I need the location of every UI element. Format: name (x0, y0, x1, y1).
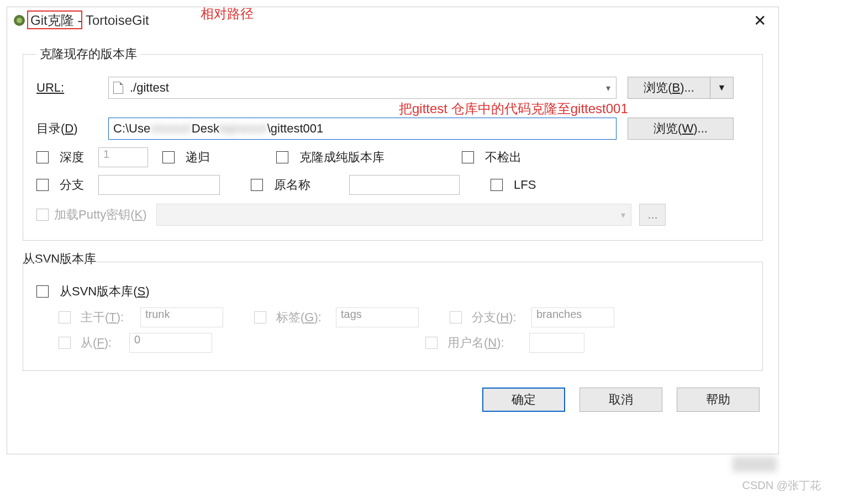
svn-group: 从SVN版本库(S) 主干(T): trunk 标签(G): tags 分支(H… (23, 262, 763, 371)
url-combo[interactable]: ./gittest ▾ (108, 77, 617, 99)
svn-branch-checkbox (450, 311, 462, 323)
svn-options: 主干(T): trunk 标签(G): tags 分支(H): branches… (59, 307, 749, 353)
lfs-label: LFS (514, 178, 536, 192)
cancel-button[interactable]: 取消 (579, 388, 662, 412)
title-text: Git克隆 - TortoiseGit (30, 12, 149, 29)
directory-label: 目录(D) (36, 120, 108, 137)
depth-checkbox[interactable] (36, 151, 49, 163)
putty-browse-button: ... (639, 204, 666, 226)
clone-group-legend: 克隆现存的版本库 (36, 46, 140, 62)
svn-row-1: 主干(T): trunk 标签(G): tags 分支(H): branches (59, 307, 749, 327)
from-svn-checkbox[interactable] (36, 285, 49, 298)
nocheckout-checkbox[interactable] (462, 151, 474, 163)
username-input (529, 333, 584, 353)
dir-suffix: \gittest001 (267, 121, 324, 136)
app-icon (13, 14, 26, 27)
dir-mid: Desk (192, 121, 219, 136)
from-svn-row: 从SVN版本库(S) (36, 283, 749, 300)
url-row: URL: ./gittest ▾ 浏览(B)... ▼ (36, 77, 749, 99)
svn-row-2: 从(F): 0 用户名(N): (59, 333, 749, 353)
putty-checkbox (36, 209, 49, 221)
lfs-checkbox[interactable] (491, 179, 503, 191)
from-rev-input: 0 (129, 333, 212, 353)
dir-blur1: rs\xxxx\ (150, 121, 192, 136)
blur-overlay (733, 457, 777, 472)
browse-dir-button[interactable]: 浏览(W)... (628, 118, 734, 140)
close-icon[interactable]: ✕ (747, 12, 773, 30)
help-button[interactable]: 帮助 (677, 388, 760, 412)
dir-prefix: C:\Use (113, 121, 150, 136)
nocheckout-label: 不检出 (485, 149, 521, 166)
tags-checkbox (254, 311, 266, 323)
directory-row: 目录(D) C:\Use rs\xxxx\ Desk top\xxxx\ \gi… (36, 118, 749, 140)
dialog-footer: 确定 取消 帮助 (23, 381, 763, 412)
origname-label: 原名称 (274, 177, 310, 193)
from-svn-label: 从SVN版本库(S) (60, 283, 150, 300)
browse-url-button[interactable]: 浏览(B)... (628, 77, 710, 99)
svn-branch-label: 分支(H): (472, 309, 527, 326)
origname-input[interactable] (349, 175, 460, 195)
putty-combo: ▾ (156, 204, 631, 226)
directory-input[interactable]: C:\Use rs\xxxx\ Desk top\xxxx\ \gittest0… (108, 118, 617, 140)
recursive-checkbox[interactable] (162, 151, 175, 163)
browse-url-split: 浏览(B)... ▼ (628, 77, 734, 99)
tags-input: tags (336, 307, 419, 327)
depth-label: 深度 (60, 149, 84, 166)
trunk-label: 主干(T): (81, 309, 136, 326)
watermark: CSDN @张丁花 (742, 478, 821, 493)
from-rev-checkbox (59, 337, 71, 349)
chevron-down-icon[interactable]: ▾ (600, 83, 616, 93)
bare-label: 克隆成纯版本库 (299, 149, 384, 166)
trunk-checkbox (59, 311, 71, 323)
putty-row: 加载Putty密钥(K) ▾ ... (36, 204, 749, 226)
recursive-label: 递归 (186, 149, 210, 166)
svg-point-1 (17, 18, 22, 23)
username-label: 用户名(N): (447, 335, 525, 351)
ok-button[interactable]: 确定 (482, 388, 565, 412)
tags-label: 标签(G): (276, 309, 331, 326)
url-value: ./gittest (128, 81, 600, 95)
branch-input[interactable] (98, 175, 220, 195)
depth-input[interactable]: 1 (98, 147, 148, 167)
dialog-content: 相对路径 克隆现存的版本库 URL: ./gittest ▾ 浏览(B)... … (7, 34, 778, 417)
url-label: URL: (36, 81, 108, 95)
username-checkbox (425, 337, 438, 349)
bare-checkbox[interactable] (276, 151, 288, 163)
trunk-input: trunk (140, 307, 223, 327)
options-row-2: 分支 原名称 LFS (36, 175, 749, 195)
chevron-down-icon: ▾ (615, 210, 631, 220)
title-bar: Git克隆 - TortoiseGit ✕ (7, 7, 778, 34)
origname-checkbox[interactable] (251, 179, 263, 191)
putty-label: 加载Putty密钥(K) (36, 206, 146, 223)
branch-label: 分支 (60, 177, 84, 193)
dialog-window: Git克隆 - TortoiseGit ✕ 相对路径 克隆现存的版本库 URL:… (7, 7, 779, 454)
from-rev-label: 从(F): (81, 335, 125, 351)
browse-url-dropdown[interactable]: ▼ (710, 77, 734, 99)
clone-group: 克隆现存的版本库 URL: ./gittest ▾ 浏览(B)... ▼ 把gi… (23, 46, 763, 241)
branch-checkbox[interactable] (36, 179, 49, 191)
dir-blur2: top\xxxx\ (219, 121, 267, 136)
options-row-1: 深度 1 递归 克隆成纯版本库 不检出 (36, 147, 749, 167)
annotation-clone-note: 把gittest 仓库中的代码克隆至gittest001 (399, 100, 628, 118)
document-icon (113, 82, 123, 94)
svn-branch-input: branches (531, 307, 614, 327)
